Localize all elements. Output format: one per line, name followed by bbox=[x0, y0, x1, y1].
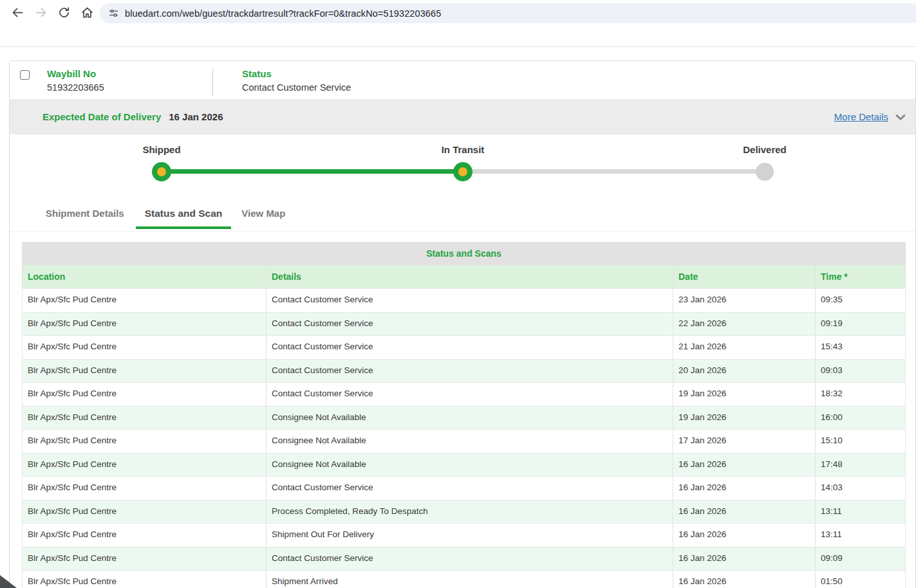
column-header-details: Details bbox=[266, 265, 673, 288]
cell-details: Consignee Not Available bbox=[266, 407, 673, 430]
cell-time: 15:43 bbox=[816, 336, 906, 359]
chevron-down-icon[interactable] bbox=[894, 111, 907, 124]
expected-delivery-bar: Expected Date of Delivery 16 Jan 2026 Mo… bbox=[10, 99, 915, 134]
cell-details: Contact Customer Service bbox=[266, 313, 673, 336]
progress-line-pending bbox=[463, 169, 765, 174]
cell-time: 16:00 bbox=[816, 407, 906, 430]
step-dot-delivered-icon bbox=[756, 163, 774, 181]
cell-date: 19 Jan 2026 bbox=[673, 407, 816, 430]
cell-date: 20 Jan 2026 bbox=[673, 360, 816, 383]
cell-details: Shipment Arrived bbox=[266, 571, 673, 588]
reload-icon bbox=[57, 6, 71, 22]
step-dot-shipped-icon bbox=[152, 162, 171, 181]
cell-details: Contact Customer Service bbox=[266, 336, 673, 359]
back-arrow-icon bbox=[11, 6, 24, 22]
progress-line-complete bbox=[162, 169, 463, 174]
waybill-block: Waybill No 51932203665 bbox=[47, 68, 212, 93]
cell-time: 15:10 bbox=[816, 430, 906, 453]
cell-details: Process Completed, Ready To Despatch bbox=[266, 501, 673, 524]
table-header-row: Location Details Date Time * bbox=[22, 265, 906, 288]
home-icon bbox=[80, 6, 94, 22]
tracking-result-card: Waybill No 51932203665 Status Contact Cu… bbox=[9, 60, 916, 588]
table-row: Blr Apx/Sfc Pud Centre Contact Customer … bbox=[22, 476, 906, 500]
cell-date: 16 Jan 2026 bbox=[673, 547, 816, 571]
cell-time: 18:32 bbox=[816, 383, 906, 406]
cell-location: Blr Apx/Sfc Pud Centre bbox=[23, 524, 266, 547]
site-info-icon[interactable] bbox=[108, 8, 119, 19]
cell-details: Contact Customer Service bbox=[266, 289, 673, 312]
table-row: Blr Apx/Sfc Pud Centre Contact Customer … bbox=[22, 382, 906, 406]
cell-location: Blr Apx/Sfc Pud Centre bbox=[23, 336, 266, 359]
waybill-number: 51932203665 bbox=[47, 82, 212, 93]
status-label: Status bbox=[242, 68, 351, 79]
table-row: Blr Apx/Sfc Pud Centre Shipment Out For … bbox=[22, 523, 906, 547]
cell-date: 22 Jan 2026 bbox=[673, 313, 816, 336]
table-row: Blr Apx/Sfc Pud Centre Contact Customer … bbox=[22, 288, 906, 312]
waybill-checkbox[interactable] bbox=[20, 70, 30, 80]
progress-tracker: Shipped In Transit Delivered bbox=[10, 134, 915, 196]
cell-details: Consignee Not Available bbox=[266, 454, 673, 477]
cell-date: 23 Jan 2026 bbox=[673, 289, 816, 312]
table-row: Blr Apx/Sfc Pud Centre Contact Customer … bbox=[22, 359, 906, 383]
cell-location: Blr Apx/Sfc Pud Centre bbox=[23, 407, 266, 430]
more-details-link[interactable]: More Details bbox=[834, 111, 888, 122]
step-label-in-transit: In Transit bbox=[442, 144, 485, 155]
home-button[interactable] bbox=[76, 4, 98, 23]
table-row: Blr Apx/Sfc Pud Centre Consignee Not Ava… bbox=[22, 453, 906, 477]
cell-date: 16 Jan 2026 bbox=[673, 501, 816, 524]
cell-location: Blr Apx/Sfc Pud Centre bbox=[23, 477, 266, 500]
forward-button[interactable] bbox=[30, 4, 51, 23]
shipment-summary: Waybill No 51932203665 Status Contact Cu… bbox=[10, 61, 915, 99]
table-title: Status and Scans bbox=[22, 242, 906, 265]
back-button[interactable] bbox=[6, 4, 28, 23]
cell-date: 16 Jan 2026 bbox=[673, 454, 816, 477]
browser-chrome: bluedart.com/web/guest/trackdartresult?t… bbox=[0, 0, 916, 47]
address-bar[interactable]: bluedart.com/web/guest/trackdartresult?t… bbox=[100, 3, 916, 23]
step-dot-in-transit-icon bbox=[453, 162, 472, 181]
cell-details: Shipment Out For Delivery bbox=[266, 524, 673, 547]
table-row: Blr Apx/Sfc Pud Centre Contact Customer … bbox=[22, 335, 906, 359]
table-row: Blr Apx/Sfc Pud Centre Contact Customer … bbox=[22, 547, 906, 571]
cell-location: Blr Apx/Sfc Pud Centre bbox=[23, 571, 266, 588]
tab-shipment-details[interactable]: Shipment Details bbox=[37, 196, 133, 231]
waybill-label: Waybill No bbox=[47, 68, 212, 79]
column-header-date: Date bbox=[673, 265, 816, 288]
cell-location: Blr Apx/Sfc Pud Centre bbox=[23, 313, 266, 336]
cell-date: 21 Jan 2026 bbox=[673, 336, 816, 359]
cell-time: 17:48 bbox=[816, 454, 906, 477]
cell-time: 09:03 bbox=[816, 360, 906, 383]
detail-tabs: Shipment Details Status and Scan View Ma… bbox=[10, 196, 915, 232]
forward-arrow-icon bbox=[34, 6, 48, 22]
cell-time: 14:03 bbox=[816, 477, 906, 500]
scan-table-body: Blr Apx/Sfc Pud Centre Contact Customer … bbox=[22, 288, 906, 588]
cell-details: Consignee Not Available bbox=[266, 430, 673, 453]
tab-status-and-scan[interactable]: Status and Scan bbox=[135, 196, 233, 231]
table-row: Blr Apx/Sfc Pud Centre Shipment Arrived … bbox=[22, 570, 906, 588]
table-row: Blr Apx/Sfc Pud Centre Contact Customer … bbox=[22, 312, 906, 336]
status-block: Status Contact Customer Service bbox=[242, 68, 351, 93]
reload-button[interactable] bbox=[53, 4, 75, 23]
cell-location: Blr Apx/Sfc Pud Centre bbox=[23, 501, 266, 524]
cell-time: 13:11 bbox=[816, 501, 906, 524]
cell-location: Blr Apx/Sfc Pud Centre bbox=[23, 430, 266, 453]
cell-details: Contact Customer Service bbox=[266, 547, 673, 571]
url-text: bluedart.com/web/guest/trackdartresult?t… bbox=[125, 8, 441, 19]
summary-divider bbox=[212, 69, 213, 96]
cell-details: Contact Customer Service bbox=[266, 383, 673, 406]
cell-location: Blr Apx/Sfc Pud Centre bbox=[23, 547, 266, 571]
cell-location: Blr Apx/Sfc Pud Centre bbox=[23, 454, 266, 477]
cell-date: 16 Jan 2026 bbox=[673, 477, 816, 500]
cell-location: Blr Apx/Sfc Pud Centre bbox=[23, 383, 266, 406]
step-label-delivered: Delivered bbox=[743, 144, 787, 155]
table-row: Blr Apx/Sfc Pud Centre Consignee Not Ava… bbox=[22, 406, 906, 430]
column-header-location: Location bbox=[23, 265, 266, 288]
cell-details: Contact Customer Service bbox=[266, 477, 673, 500]
cell-details: Contact Customer Service bbox=[266, 360, 673, 383]
cell-time: 01:50 bbox=[816, 571, 906, 588]
expected-delivery-date: 16 Jan 2026 bbox=[169, 111, 223, 122]
cell-time: 09:09 bbox=[816, 547, 906, 571]
cell-location: Blr Apx/Sfc Pud Centre bbox=[23, 289, 266, 312]
tab-view-map[interactable]: View Map bbox=[232, 196, 294, 231]
cell-time: 09:19 bbox=[816, 313, 906, 336]
expected-delivery-label: Expected Date of Delivery bbox=[42, 111, 161, 122]
